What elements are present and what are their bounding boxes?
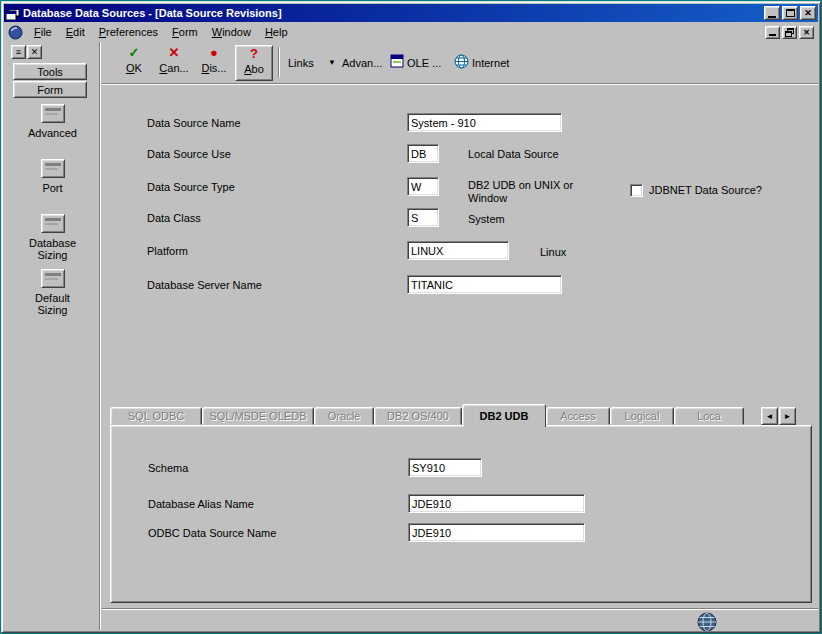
desktop: { "colors": { "titlebar_start": "#000080… bbox=[0, 0, 822, 634]
chevron-down-icon[interactable]: ▼ bbox=[328, 58, 336, 67]
toolbar-separator bbox=[278, 47, 280, 77]
app-window: Database Data Sources - [Data Source Rev… bbox=[1, 1, 821, 633]
field-label-data-class: Data Class bbox=[147, 212, 201, 224]
jdbnet-checkbox[interactable] bbox=[630, 184, 643, 197]
status-globe-icon bbox=[697, 612, 717, 632]
field-label-data-source-name: Data Source Name bbox=[147, 117, 241, 129]
sidebar-grip[interactable]: ≡ bbox=[11, 45, 26, 59]
app-icon bbox=[6, 7, 20, 20]
database-server-name-input[interactable] bbox=[407, 275, 562, 294]
form-exit-icon bbox=[41, 269, 65, 288]
db2-udb-tab-page: Schema Database Alias Name ODBC Data Sou… bbox=[110, 425, 812, 603]
tab-db2-udb[interactable]: DB2 UDB bbox=[462, 404, 546, 427]
field-label-database-alias-name: Database Alias Name bbox=[148, 498, 254, 510]
menu-preferences[interactable]: Preferences bbox=[92, 24, 165, 40]
exit-bar: ≡ ✕ Tools Form Advanced Port Database Si… bbox=[4, 42, 101, 630]
data-source-name-input[interactable] bbox=[407, 113, 562, 132]
mdi-document-icon[interactable] bbox=[8, 25, 23, 40]
odbc-data-source-name-input[interactable] bbox=[408, 523, 585, 542]
sidebar-item-default-sizing[interactable]: Default Sizing bbox=[4, 269, 101, 316]
data-source-type-description: DB2 UDB on UNIX or Window bbox=[468, 179, 590, 205]
grip-icon: ≡ bbox=[16, 47, 21, 57]
tab-scroll-left-button[interactable]: ◄ bbox=[761, 407, 778, 425]
arrow-right-icon: ► bbox=[784, 412, 792, 421]
display-errors-button-label: Dis... bbox=[201, 61, 226, 75]
mdi-minimize-button[interactable] bbox=[765, 26, 780, 39]
tab-sql-odbc[interactable]: SQL ODBC bbox=[110, 407, 202, 425]
data-class-description: System bbox=[468, 213, 505, 225]
field-label-data-source-use: Data Source Use bbox=[147, 148, 231, 160]
sidebar-close-icon: ✕ bbox=[31, 47, 39, 57]
platform-description: Linux bbox=[540, 246, 566, 258]
check-icon: ✓ bbox=[129, 45, 140, 61]
tab-db2-os400[interactable]: DB2 OS/400 bbox=[374, 407, 462, 425]
tab-access[interactable]: Access bbox=[546, 407, 610, 425]
ole-icon[interactable] bbox=[390, 54, 404, 70]
tab-scroll-right-button[interactable]: ► bbox=[779, 407, 796, 425]
data-source-use-description: Local Data Source bbox=[468, 148, 559, 160]
menu-form[interactable]: Form bbox=[165, 24, 205, 40]
field-label-platform: Platform bbox=[147, 245, 188, 257]
sidebar-item-label: Port bbox=[21, 182, 85, 194]
field-label-schema: Schema bbox=[148, 462, 188, 474]
x-icon: ✕ bbox=[169, 45, 180, 61]
menu-bar: File Edit Preferences Form Window Help ✕ bbox=[4, 22, 818, 42]
sidebar-item-advanced[interactable]: Advanced bbox=[4, 104, 101, 139]
minimize-icon bbox=[768, 16, 776, 18]
internet-link[interactable]: Internet bbox=[472, 57, 509, 69]
menu-file[interactable]: File bbox=[27, 24, 59, 40]
menu-help[interactable]: Help bbox=[258, 24, 295, 40]
title-bar: Database Data Sources - [Data Source Rev… bbox=[4, 4, 818, 22]
display-errors-button[interactable]: ● Dis... bbox=[195, 45, 233, 81]
sidebar-tab-form[interactable]: Form bbox=[13, 81, 87, 98]
internet-globe-icon[interactable] bbox=[454, 54, 469, 71]
arrow-left-icon: ◄ bbox=[766, 412, 774, 421]
help-icon: ? bbox=[250, 46, 258, 62]
database-alias-name-input[interactable] bbox=[408, 494, 585, 513]
form-exit-icon bbox=[41, 104, 65, 123]
schema-input[interactable] bbox=[408, 458, 482, 477]
mdi-restore-button[interactable] bbox=[782, 26, 797, 39]
close-button[interactable]: ✕ bbox=[800, 6, 816, 20]
maximize-button[interactable] bbox=[782, 6, 798, 20]
mdi-window-controls: ✕ bbox=[765, 26, 814, 39]
form-exit-icon bbox=[41, 159, 65, 178]
close-icon: ✕ bbox=[804, 9, 812, 18]
mdi-close-icon: ✕ bbox=[803, 28, 810, 37]
data-class-input[interactable] bbox=[407, 208, 439, 227]
menu-edit[interactable]: Edit bbox=[59, 24, 92, 40]
ole-link[interactable]: OLE ... bbox=[407, 57, 441, 69]
data-source-use-input[interactable] bbox=[407, 144, 439, 163]
status-divider bbox=[102, 608, 818, 610]
platform-input[interactable] bbox=[407, 241, 509, 260]
tab-local[interactable]: Loca bbox=[674, 407, 744, 425]
tab-oracle[interactable]: Oracle bbox=[314, 407, 374, 425]
form-exit-icon bbox=[41, 214, 65, 233]
cancel-button[interactable]: ✕ Can... bbox=[155, 45, 193, 81]
mdi-close-button[interactable]: ✕ bbox=[799, 26, 814, 39]
sidebar-tab-tools-label: Tools bbox=[37, 66, 63, 78]
sidebar-tab-form-label: Form bbox=[37, 84, 63, 96]
field-label-database-server-name: Database Server Name bbox=[147, 279, 262, 291]
sidebar-item-database-sizing[interactable]: Database Sizing bbox=[4, 214, 101, 261]
sidebar-item-label: Database Sizing bbox=[24, 237, 82, 261]
jdbnet-checkbox-label: JDBNET Data Source? bbox=[649, 184, 762, 196]
field-label-data-source-type: Data Source Type bbox=[147, 181, 235, 193]
menu-window[interactable]: Window bbox=[205, 24, 258, 40]
field-label-odbc-data-source-name: ODBC Data Source Name bbox=[148, 527, 276, 539]
tab-sql-msde-oledb[interactable]: SQL/MSDE OLEDB bbox=[202, 407, 314, 425]
window-title: Database Data Sources - [Data Source Rev… bbox=[20, 7, 762, 19]
sidebar-tab-tools[interactable]: Tools bbox=[13, 63, 87, 80]
mdi-restore-icon bbox=[785, 28, 794, 37]
links-label: Links bbox=[288, 57, 314, 69]
about-button[interactable]: ? Abo bbox=[235, 45, 273, 81]
data-source-type-input[interactable] bbox=[407, 177, 439, 196]
minimize-button[interactable] bbox=[764, 6, 780, 20]
ok-button-label: OK bbox=[126, 61, 142, 75]
sidebar-close-button[interactable]: ✕ bbox=[27, 45, 42, 59]
ok-button[interactable]: ✓ OK bbox=[115, 45, 153, 81]
maximize-icon bbox=[786, 9, 795, 17]
sidebar-item-port[interactable]: Port bbox=[4, 159, 101, 194]
tab-logical[interactable]: Logical bbox=[610, 407, 674, 425]
advanced-link[interactable]: Advan... bbox=[342, 57, 382, 69]
